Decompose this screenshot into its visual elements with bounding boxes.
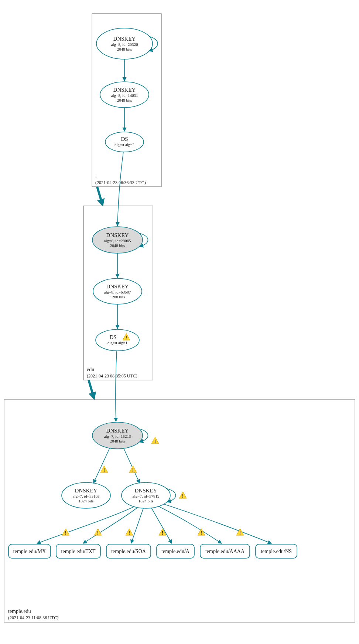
node-root-ds: DS digest alg=2 xyxy=(105,132,144,152)
warning-icon xyxy=(126,529,133,536)
svg-text:2048 bits: 2048 bits xyxy=(117,98,132,102)
svg-text:2048 bits: 2048 bits xyxy=(110,439,125,443)
node-edu-ksk: DNSKEY alg=8, id=28065 2048 bits xyxy=(92,227,143,253)
warning-icon xyxy=(100,466,108,473)
svg-text:DNSKEY: DNSKEY xyxy=(113,87,136,93)
node-root-ksk: DNSKEY alg=8, id=20326 2048 bits xyxy=(96,28,153,59)
svg-text:2048 bits: 2048 bits xyxy=(117,47,132,51)
svg-text:alg=7, id=53163: alg=7, id=53163 xyxy=(73,494,100,498)
node-edu-ds: DS digest alg=1 xyxy=(96,329,139,351)
svg-text:temple.edu/SOA: temple.edu/SOA xyxy=(111,549,146,554)
edge-deleg-root-to-edu xyxy=(97,187,102,203)
warning-icon xyxy=(151,437,159,444)
svg-text:1024 bits: 1024 bits xyxy=(79,499,94,503)
rr-mx: temple.edu/MX xyxy=(8,544,51,558)
svg-text:temple.edu/AAAA: temple.edu/AAAA xyxy=(205,549,245,554)
svg-text:alg=8, id=20326: alg=8, id=20326 xyxy=(111,42,138,47)
zone-temple: temple.edu (2021-04-23 11:08:36 UTC) xyxy=(4,399,355,622)
svg-text:1024 bits: 1024 bits xyxy=(139,499,154,503)
svg-text:DNSKEY: DNSKEY xyxy=(106,428,129,434)
node-root-zsk: DNSKEY alg=8, id=14631 2048 bits xyxy=(100,82,149,108)
svg-text:DNSKEY: DNSKEY xyxy=(135,488,157,494)
zone-root-name: . xyxy=(95,173,97,179)
node-temple-ksk: DNSKEY alg=7, id=15213 2048 bits xyxy=(92,422,143,449)
svg-text:1280 bits: 1280 bits xyxy=(110,295,125,299)
zone-edu-name: edu xyxy=(87,367,94,372)
svg-text:alg=8, id=28065: alg=8, id=28065 xyxy=(104,238,131,243)
svg-text:temple.edu/MX: temple.edu/MX xyxy=(13,549,46,554)
svg-text:temple.edu/A: temple.edu/A xyxy=(161,549,190,554)
rr-ns: temple.edu/NS xyxy=(256,544,297,558)
svg-text:alg=7, id=57819: alg=7, id=57819 xyxy=(133,494,160,498)
edge-temple-ksk-to-z1 xyxy=(93,448,110,483)
warning-icon xyxy=(179,492,187,499)
edge-temple-ksk-to-z2 xyxy=(124,448,140,483)
zone-root-timestamp: (2021-04-23 06:36:33 UTC) xyxy=(95,180,146,185)
node-temple-zsk-57819: DNSKEY alg=7, id=57819 1024 bits xyxy=(122,482,170,508)
svg-text:digest alg=2: digest alg=2 xyxy=(114,142,134,147)
svg-text:alg=8, id=14631: alg=8, id=14631 xyxy=(111,93,138,98)
edge-z2-to-a xyxy=(151,508,172,543)
svg-text:DS: DS xyxy=(109,334,116,340)
edge-z2-to-soa xyxy=(131,508,143,543)
edge-z2-to-ns xyxy=(164,504,271,543)
svg-text:DNSKEY: DNSKEY xyxy=(113,36,136,42)
rr-txt: temple.edu/TXT xyxy=(56,544,100,558)
svg-text:alg=7, id=15213: alg=7, id=15213 xyxy=(104,434,131,438)
zone-temple-timestamp: (2021-04-23 11:08:36 UTC) xyxy=(8,615,58,620)
edge-root-ds-to-edu-ksk xyxy=(117,152,123,226)
zone-edu-timestamp: (2021-04-23 08:35:05 UTC) xyxy=(87,373,137,379)
svg-text:DNSKEY: DNSKEY xyxy=(75,488,98,494)
svg-text:digest alg=1: digest alg=1 xyxy=(107,340,127,345)
edge-z2-to-txt xyxy=(83,508,137,543)
svg-text:2048 bits: 2048 bits xyxy=(110,243,125,248)
node-edu-zsk: DNSKEY alg=8, id=63587 1280 bits xyxy=(93,278,142,304)
edge-z2-to-mx xyxy=(37,507,134,543)
svg-text:DNSKEY: DNSKEY xyxy=(106,232,129,238)
svg-rect-26 xyxy=(4,399,355,622)
edge-deleg-edu-to-temple xyxy=(89,380,93,396)
svg-text:DNSKEY: DNSKEY xyxy=(106,284,129,289)
warning-icon xyxy=(129,466,137,473)
rr-aaaa: temple.edu/AAAA xyxy=(200,544,250,558)
svg-text:alg=8, id=63587: alg=8, id=63587 xyxy=(104,290,131,294)
rr-soa: temple.edu/SOA xyxy=(106,544,151,558)
svg-text:temple.edu/NS: temple.edu/NS xyxy=(261,549,292,554)
svg-point-11 xyxy=(105,132,144,152)
node-temple-zsk-53163: DNSKEY alg=7, id=53163 1024 bits xyxy=(62,482,110,508)
svg-point-23 xyxy=(96,329,139,351)
rr-a: temple.edu/A xyxy=(157,544,194,558)
svg-text:temple.edu/TXT: temple.edu/TXT xyxy=(61,549,96,554)
zone-temple-name: temple.edu xyxy=(8,609,31,614)
svg-text:DS: DS xyxy=(121,136,128,142)
edge-edu-ds-to-temple-ksk xyxy=(116,351,117,421)
